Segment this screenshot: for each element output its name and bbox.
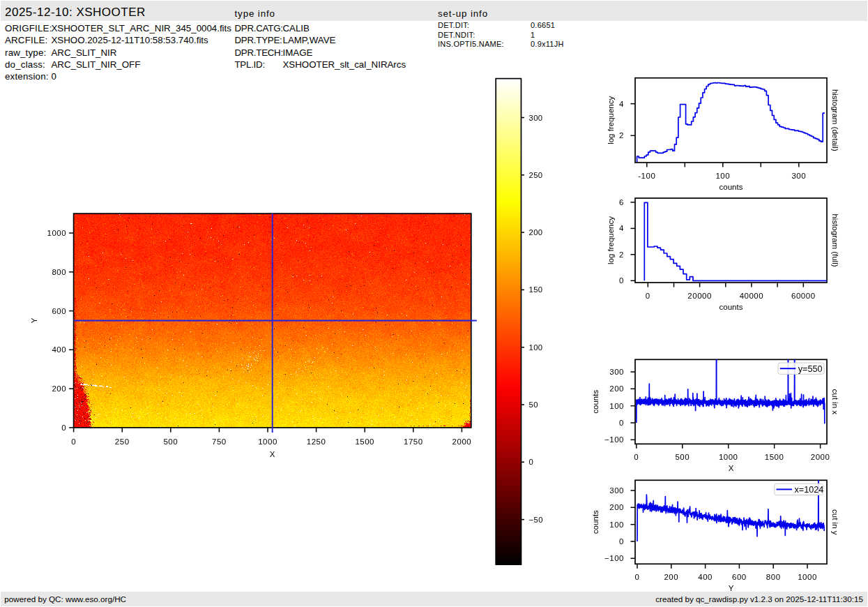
svg-text:100: 100 xyxy=(609,520,624,529)
svg-text:600: 600 xyxy=(52,307,66,315)
svg-text:1500: 1500 xyxy=(765,453,784,461)
svg-text:1000: 1000 xyxy=(47,229,67,237)
svg-text:4: 4 xyxy=(619,224,624,232)
svg-text:200: 200 xyxy=(609,384,624,393)
svg-text:600: 600 xyxy=(732,573,747,581)
svg-text:400: 400 xyxy=(698,573,713,581)
svg-text:300: 300 xyxy=(609,486,624,495)
svg-text:counts: counts xyxy=(591,510,600,534)
svg-text:0: 0 xyxy=(646,292,650,300)
svg-text:counts: counts xyxy=(719,303,743,311)
svg-text:-100: -100 xyxy=(638,172,655,180)
svg-text:0: 0 xyxy=(634,453,639,461)
svg-text:1000: 1000 xyxy=(719,453,738,461)
svg-text:2000: 2000 xyxy=(811,453,830,461)
svg-text:0: 0 xyxy=(529,458,534,466)
svg-text:750: 750 xyxy=(212,437,227,446)
svg-text:250: 250 xyxy=(115,437,130,446)
svg-text:histogram (detail): histogram (detail) xyxy=(831,89,839,151)
svg-text:0: 0 xyxy=(619,419,624,427)
svg-text:0: 0 xyxy=(635,573,640,581)
svg-text:60000: 60000 xyxy=(791,292,815,300)
svg-text:1000: 1000 xyxy=(258,437,277,446)
svg-text:20000: 20000 xyxy=(687,292,711,300)
svg-text:log frequency: log frequency xyxy=(607,216,615,264)
svg-text:100: 100 xyxy=(529,343,543,352)
svg-text:log frequency: log frequency xyxy=(607,96,615,144)
svg-text:y=550: y=550 xyxy=(798,364,823,374)
svg-text:Y: Y xyxy=(729,584,734,592)
svg-text:0: 0 xyxy=(619,276,624,285)
svg-text:1500: 1500 xyxy=(355,437,374,446)
svg-text:800: 800 xyxy=(52,268,66,276)
svg-text:150: 150 xyxy=(529,285,543,294)
svg-text:x=1024: x=1024 xyxy=(795,485,824,495)
svg-text:−100: −100 xyxy=(604,554,624,562)
svg-text:300: 300 xyxy=(529,114,543,122)
svg-text:−50: −50 xyxy=(529,516,543,524)
svg-text:300: 300 xyxy=(791,172,806,180)
svg-text:counts: counts xyxy=(591,390,600,414)
svg-text:200: 200 xyxy=(609,503,624,511)
svg-text:100: 100 xyxy=(609,402,624,410)
svg-text:6: 6 xyxy=(619,198,624,207)
svg-text:200: 200 xyxy=(52,384,66,393)
svg-text:1750: 1750 xyxy=(404,437,423,446)
svg-text:300: 300 xyxy=(609,368,624,376)
svg-text:1000: 1000 xyxy=(798,573,817,581)
svg-text:2000: 2000 xyxy=(452,437,472,446)
svg-text:X: X xyxy=(729,464,734,472)
svg-text:500: 500 xyxy=(163,437,178,446)
svg-text:cut in y: cut in y xyxy=(831,509,839,535)
svg-text:2: 2 xyxy=(619,250,624,259)
svg-text:50: 50 xyxy=(529,400,538,409)
svg-text:1250: 1250 xyxy=(307,437,326,446)
svg-text:200: 200 xyxy=(529,228,543,237)
svg-text:Y: Y xyxy=(30,317,38,323)
svg-text:X: X xyxy=(270,450,275,458)
svg-text:250: 250 xyxy=(529,171,543,179)
svg-text:−100: −100 xyxy=(604,435,624,444)
svg-text:cut in x: cut in x xyxy=(831,389,839,415)
svg-text:0: 0 xyxy=(71,437,76,446)
svg-text:0: 0 xyxy=(619,537,624,546)
svg-text:40000: 40000 xyxy=(740,292,763,300)
svg-text:4: 4 xyxy=(619,100,624,108)
svg-text:200: 200 xyxy=(664,573,678,581)
svg-text:400: 400 xyxy=(52,345,66,354)
svg-text:500: 500 xyxy=(675,453,690,461)
svg-text:800: 800 xyxy=(766,573,781,581)
svg-text:counts: counts xyxy=(719,183,743,191)
svg-text:2: 2 xyxy=(619,131,624,140)
svg-text:0: 0 xyxy=(61,424,66,432)
svg-text:100: 100 xyxy=(715,172,730,180)
svg-text:histogram (full): histogram (full) xyxy=(831,213,839,267)
